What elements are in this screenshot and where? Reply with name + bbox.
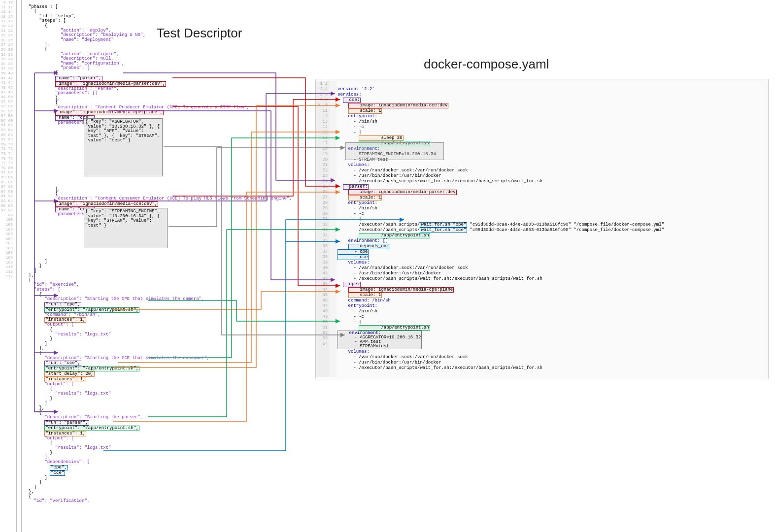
left-code: "phases": [ { "id": "setup", "steps": [ … — [29, 0, 292, 509]
hl-delay-cce: "start_delay": 20, — [44, 371, 94, 377]
params-box-cpe: { "key": "AGGREGATOR", "value": "10.200.… — [84, 118, 163, 176]
r-wait-cce: wait_for.sh "cce" — [420, 228, 467, 233]
r-depends: depends_on: — [348, 244, 390, 249]
right-code: version: '2.2' services: cce: image: ign… — [337, 81, 664, 382]
r-wait-cpe: wait_for.sh "cpe" — [420, 222, 467, 228]
hl-parser-name: "name": "parser", — [55, 76, 102, 81]
hl-ep-parser: "entrypoint": "/app/entrypoint.sh", — [44, 426, 139, 431]
left-gutter: 9 10 11 12 13 14 15 16 17 18 19 20 21 22… — [0, 0, 15, 279]
hl-run-cpe: "run": "cpe", — [44, 302, 81, 307]
hl-cpe-image: "image": "ignaciodomin/media-cpe:plane", — [55, 110, 164, 115]
right-code-pane: 1 2 3 4 5 6 7 8 9 10 11 12 13 14 15 16 1… — [315, 79, 769, 379]
r-cpe-env: environment: - AGGREGATOR=10.200.16.32 -… — [337, 331, 422, 349]
hl-run-cce: "run": "cce", — [44, 361, 81, 366]
params-box-cce: { "key": "STREAMING_ENGINE", "value": "1… — [84, 208, 168, 248]
r-cce-scale: scale: 1 — [348, 108, 382, 114]
r-cpe: cpe: — [343, 282, 361, 287]
r-parser-image: image: ignaciodomin/media-parser:dev — [348, 190, 457, 195]
hl-cce-image: "image": "ignaciodomin/media-cce:dev", — [55, 201, 158, 207]
right-title: docker-compose.yaml — [424, 57, 549, 72]
r-sleep20: sleep 20 — [359, 135, 403, 141]
r-parser-scale: scale: 1 — [348, 195, 382, 200]
right-gutter: 1 2 3 4 5 6 7 8 9 10 11 12 13 14 15 16 1… — [316, 81, 330, 377]
right-fold — [330, 81, 337, 377]
hl-ep-cce: "entrypoint": "/app/entrypoint.sh", — [44, 366, 139, 371]
r-parser-ep: /app/entrypoint.sh — [359, 233, 430, 238]
hl-dep-cce: "cce" — [50, 470, 65, 476]
r-cpe-scale: scale: 1 — [348, 293, 382, 298]
r-cce: cce: — [343, 98, 361, 103]
r-cpe-image: image: ignaciodomin/media-cpe:plane — [348, 287, 454, 293]
r-cpe-ep: /app/entrypoint.sh — [359, 325, 430, 331]
r-cce-env-box — [345, 142, 444, 160]
r-cce-image: image: ignaciodomin/media-cce:dev — [348, 103, 449, 108]
hl-dep-cpe: "cpe", — [50, 465, 67, 470]
r-parser: parser: — [343, 184, 369, 190]
hl-run-parser: "run": "parser", — [44, 420, 89, 426]
